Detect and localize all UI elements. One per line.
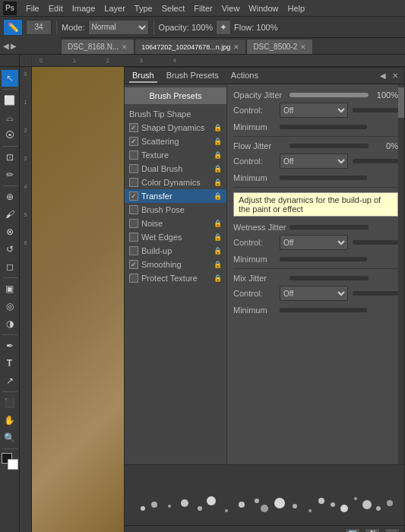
checkbox-transfer[interactable]	[129, 192, 138, 201]
path-select-tool[interactable]: ↗	[2, 372, 18, 389]
footer-btn-save[interactable]: 💾	[365, 528, 380, 533]
tab-arrow-right[interactable]: ▶	[11, 42, 17, 50]
opacity-jitter-bar[interactable]	[290, 93, 369, 97]
menu-file[interactable]: File	[21, 2, 44, 14]
menu-select[interactable]: Select	[157, 2, 190, 14]
v-ruler-3: 3	[24, 156, 27, 161]
checkbox-shape-dynamics[interactable]	[129, 123, 138, 132]
panel-scrollbar[interactable]	[398, 84, 404, 464]
menu-layer[interactable]: Layer	[100, 2, 130, 14]
brush-size-input[interactable]	[26, 20, 52, 35]
eraser-tool[interactable]: ◻	[2, 258, 18, 275]
minimum-bar-2[interactable]	[280, 176, 367, 180]
airbrush-toggle[interactable]: ✦	[216, 20, 231, 35]
mix-jitter-bar[interactable]	[290, 276, 369, 280]
checkbox-color-dynamics[interactable]	[129, 178, 138, 187]
list-item-dual-brush[interactable]: Dual Brush 🔒	[125, 162, 226, 176]
menu-filter[interactable]: Filter	[189, 2, 217, 14]
marquee-tool[interactable]: ⬜	[2, 92, 18, 109]
background-color[interactable]	[8, 459, 18, 470]
control-select-2[interactable]: Off Fade Pen Pressure	[280, 154, 348, 169]
tab-dsc8168[interactable]: DSC_8168.N... ✕	[61, 39, 134, 54]
menu-image[interactable]: Image	[68, 2, 100, 14]
checkbox-wet-edges[interactable]	[129, 233, 138, 242]
opacity-section: Opacity: 100%	[159, 23, 214, 32]
zoom-tool[interactable]: 🔍	[2, 429, 18, 446]
mode-select[interactable]: Normal Multiply Screen	[88, 20, 149, 35]
footer-btn-load[interactable]: 📁	[384, 528, 400, 533]
menu-type[interactable]: Type	[130, 2, 157, 14]
dodge-tool[interactable]: ◑	[2, 315, 18, 332]
panel-minimize[interactable]: ◀	[378, 71, 388, 80]
panel-body: Brush Presets Brush Tip Shape Shape Dyna…	[125, 84, 404, 464]
hand-tool[interactable]: ✋	[2, 412, 18, 429]
tab-close-main[interactable]: ✕	[233, 43, 239, 51]
list-item-wet-edges[interactable]: Wet Edges 🔒	[125, 230, 226, 244]
checkbox-noise[interactable]	[129, 219, 138, 228]
tab-brush-presets[interactable]: Brush Presets	[163, 69, 222, 83]
move-tool[interactable]: ↖	[2, 70, 18, 87]
checkbox-buildup[interactable]	[129, 246, 138, 255]
control-select-4[interactable]: Off Fade	[280, 286, 348, 301]
list-header-brush-tip[interactable]: Brush Tip Shape	[125, 107, 226, 121]
control-select-3[interactable]: Off Fade	[280, 235, 348, 250]
text-tool[interactable]: T	[2, 355, 18, 372]
list-item-buildup[interactable]: Build-up 🔒	[125, 244, 226, 258]
ruler-tick-5: 4	[173, 58, 176, 63]
list-item-smoothing[interactable]: Smoothing 🔒	[125, 258, 226, 271]
ruler-tick-1: 0	[40, 58, 43, 63]
list-item-noise[interactable]: Noise 🔒	[125, 217, 226, 230]
crop-tool[interactable]: ⊡	[2, 149, 18, 166]
minimum-bar-3[interactable]	[280, 257, 367, 261]
flow-jitter-bar[interactable]	[290, 144, 369, 148]
tab-brush[interactable]: Brush	[129, 69, 157, 83]
wetness-jitter-bar[interactable]	[290, 225, 369, 230]
list-item-scattering[interactable]: Scattering 🔒	[125, 135, 226, 148]
menu-window[interactable]: Window	[244, 2, 283, 14]
list-item-protect-texture[interactable]: Protect Texture 🔒	[125, 271, 226, 285]
list-item-brush-pose[interactable]: Brush Pose	[125, 203, 226, 217]
list-item-shape-dynamics[interactable]: Shape Dynamics 🔒	[125, 121, 226, 135]
footer-btn-reset[interactable]: 🔄	[345, 528, 360, 533]
minimum-bar-4[interactable]	[280, 308, 367, 312]
brush-tool[interactable]: 🖌	[2, 206, 18, 223]
healing-tool[interactable]: ⊕	[2, 188, 18, 205]
brush-presets-btn[interactable]: Brush Presets	[125, 87, 226, 104]
lasso-tool[interactable]: ⌓	[2, 109, 18, 126]
minimum-bar-1[interactable]	[280, 125, 367, 129]
control-select-1[interactable]: Off Fade Pen Pressure	[280, 103, 348, 118]
checkbox-protect-texture[interactable]	[129, 274, 138, 283]
tab-dsc8500[interactable]: DSC_8500-2 ✕	[246, 39, 313, 54]
list-item-texture[interactable]: Texture 🔒	[125, 148, 226, 162]
checkbox-brush-pose[interactable]	[129, 205, 138, 214]
list-item-transfer[interactable]: Transfer 🔒	[125, 189, 226, 203]
tab-close-dsc8500[interactable]: ✕	[300, 43, 306, 51]
tab-arrow-left[interactable]: ◀	[3, 42, 9, 50]
tool-divider-6	[2, 391, 17, 392]
checkbox-smoothing[interactable]	[129, 260, 138, 269]
brush-tool-icon[interactable]: ✏️	[3, 19, 23, 36]
opacity-jitter-label: Opacity Jitter	[233, 90, 286, 100]
tab-main[interactable]: 10647202_102047678...n.jpg ✕	[134, 39, 246, 54]
panel-close[interactable]: ✕	[391, 71, 400, 80]
list-item-color-dynamics[interactable]: Color Dynamics 🔒	[125, 176, 226, 189]
pen-tool[interactable]: ✒	[2, 337, 18, 354]
menu-view[interactable]: View	[217, 2, 245, 14]
checkbox-scattering[interactable]	[129, 137, 138, 146]
color-swatches[interactable]	[2, 453, 18, 470]
blur-tool[interactable]: ◎	[2, 298, 18, 315]
checkbox-dual-brush[interactable]	[129, 164, 138, 173]
eyedropper-tool[interactable]: ✏	[2, 166, 18, 183]
tab-actions[interactable]: Actions	[228, 69, 261, 83]
clone-tool[interactable]: ⊗	[2, 223, 18, 240]
tool-divider-2	[2, 146, 17, 147]
panel-scroll-thumb[interactable]	[398, 87, 404, 118]
tab-close-dsc8168[interactable]: ✕	[122, 43, 128, 51]
quick-select-tool[interactable]: ⦿	[2, 127, 18, 144]
menu-edit[interactable]: Edit	[44, 2, 68, 14]
menu-help[interactable]: Help	[283, 2, 309, 14]
checkbox-texture[interactable]	[129, 150, 138, 160]
history-brush[interactable]: ↺	[2, 241, 18, 258]
shape-tool[interactable]: ⬛	[2, 394, 18, 411]
gradient-tool[interactable]: ▣	[2, 280, 18, 297]
